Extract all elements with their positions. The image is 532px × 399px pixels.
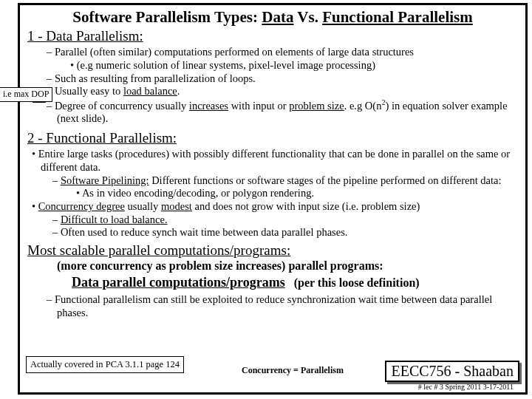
s1-bullet3: – Usually easy to load balance.: [57, 85, 518, 98]
title-mid: Vs.: [293, 8, 322, 26]
s2-bullet2a: – Difficult to load balance.: [63, 214, 518, 227]
scalable-sub: (more concurrency as problem size increa…: [57, 259, 518, 273]
title-data: Data: [262, 8, 293, 26]
course-box: EECC756 - Shaaban: [385, 361, 519, 382]
s1-bullet2: – Such as resulting from parallelization…: [57, 72, 518, 86]
section1-content: – Parallel (often similar) computations …: [27, 46, 518, 126]
s2-bullet2: • Concurrency degree usually modest and …: [41, 200, 518, 214]
footnote-box: Actually covered in PCA 3.1.1 page 124: [26, 356, 184, 373]
slide-frame: Software Parallelism Types: Data Vs. Fun…: [18, 3, 528, 395]
title-pre: Software Parallelism Types:: [72, 8, 262, 26]
title-functional: Functional Parallelism: [322, 8, 473, 26]
s1-bullet4: – Degree of concurrency usually increase…: [57, 98, 518, 126]
s2-bullet1: • Entire large tasks (procedures) with p…: [41, 148, 518, 174]
functional-note: – Functional parallelism can still be ex…: [57, 293, 518, 319]
concurrency-note: Concurrency = Parallelism: [242, 365, 344, 376]
s2-bullet1a1: • As in video encoding/decoding, or poly…: [85, 187, 518, 200]
lecture-info: # lec # 3 Spring 2011 3-17-2011: [418, 383, 514, 391]
section2-heading: 2 - Functional Parallelism:: [27, 130, 518, 146]
callout-connector: [33, 102, 46, 103]
s1-bullet1-sub: • (e.g numeric solution of linear system…: [79, 59, 518, 72]
slide-title: Software Parallelism Types: Data Vs. Fun…: [27, 8, 518, 27]
dop-callout: i.e max DOP: [0, 87, 52, 102]
section2-content: • Entire large tasks (procedures) with p…: [27, 148, 518, 239]
s1-bullet1: – Parallel (often similar) computations …: [57, 46, 518, 59]
s2-bullet2b: – Often used to reduce synch wait time b…: [63, 226, 518, 239]
data-parallel-label: Data parallel computations/programs: [72, 275, 285, 290]
s2-bullet1a: – Software Pipelining: Different functio…: [63, 174, 518, 188]
scalable-heading: Most scalable parallel computations/prog…: [27, 242, 518, 259]
section1-heading: 1 - Data Parallelism:: [27, 28, 518, 44]
loose-def: (per this loose definition): [294, 276, 420, 289]
